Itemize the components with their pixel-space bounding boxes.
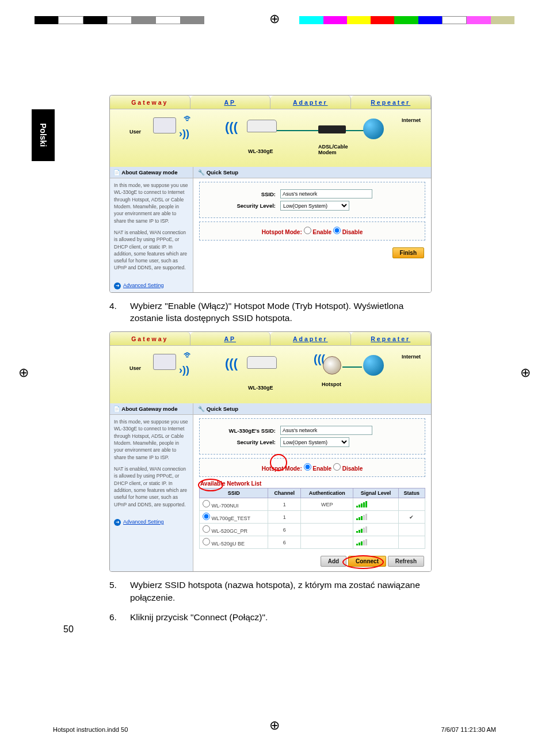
topology-diagram: User ᯤ ›)) ((( WL-330gE ADSL/Cable Modem… [110, 109, 431, 167]
topology-diagram: User ᯤ ›)) ((( WL-330gE ((( Hotspot Inte… [110, 346, 431, 403]
quick-setup-head: 🔧 Quick Setup [193, 403, 431, 415]
step-6: 6.Kliknij przycisk "Connect (Połącz)". [130, 611, 432, 624]
router-ui-screenshot-1: Gateway AP Adapter Repeater User ᯤ ›)) (… [109, 95, 432, 293]
table-row[interactable]: WL-700NUI1WEP [200, 498, 425, 511]
connect-button[interactable]: Connect [348, 556, 386, 567]
col-auth: Authentication [300, 488, 353, 498]
finish-button[interactable]: Finish [392, 247, 424, 258]
laptop-icon [153, 117, 176, 133]
router-label: WL-330gE [248, 148, 273, 154]
wifi-icon: ᯤ [184, 113, 194, 125]
wifi-icon: ›)) [179, 128, 189, 140]
security-select[interactable]: Low(Open System) [280, 437, 349, 447]
step-4: 4.Wybierz "Enable (Włącz)" Hotspot Mode … [130, 300, 432, 324]
tab-gateway[interactable]: Gateway [110, 332, 190, 345]
ssid-input[interactable] [280, 426, 372, 435]
registration-mark-icon: ⊕ [269, 12, 280, 26]
page-number: 50 [63, 624, 432, 635]
col-channel: Channel [268, 488, 301, 498]
about-panel-body: In this mode, we suppose you use WL-330g… [110, 415, 193, 516]
hotspot-dish-icon [323, 356, 341, 375]
hotspot-label: Hotspot [322, 381, 341, 387]
link-line [346, 130, 365, 131]
router-icon [247, 120, 277, 132]
print-footer: Hotspot instruction.indd 50 7/6/07 11:21… [53, 726, 496, 733]
security-select[interactable]: Low(Open System) [280, 201, 349, 211]
col-status: Status [398, 488, 425, 498]
advanced-setting-link[interactable]: Advanced Setting [110, 280, 193, 292]
tab-adapter[interactable]: Adapter [270, 96, 351, 109]
tab-ap[interactable]: AP [190, 96, 271, 109]
internet-label: Internet [402, 117, 421, 123]
wifi-icon: ((( [225, 120, 238, 135]
advanced-setting-link[interactable]: Advanced Setting [110, 516, 193, 529]
link-line [277, 130, 318, 131]
step-5: 5.Wybierz SSID hotspota (nazwa hotspota)… [130, 579, 432, 604]
security-label: Security Level: [205, 203, 280, 209]
security-label: Security Level: [205, 439, 280, 445]
modem-icon [318, 125, 346, 133]
user-label: User [129, 129, 141, 135]
tab-repeater[interactable]: Repeater [351, 332, 432, 345]
page-content: Gateway AP Adapter Repeater User ᯤ ›)) (… [109, 95, 432, 640]
col-ssid: SSID [200, 488, 268, 498]
hotspot-mode-label: Hotspot Mode: [262, 465, 302, 472]
hotspot-disable-radio[interactable]: Disable [333, 465, 363, 472]
hotspot-enable-radio[interactable]: Enable [304, 229, 332, 235]
refresh-button[interactable]: Refresh [388, 556, 424, 567]
table-row[interactable]: WL-520GC_PR6 [200, 524, 425, 536]
wifi-icon: ›)) [179, 364, 189, 376]
quick-setup-head: 🔧 Quick Setup [193, 167, 431, 178]
tab-adapter[interactable]: Adapter [270, 332, 351, 345]
wifi-icon: ((( [225, 356, 238, 371]
user-label: User [129, 365, 141, 371]
about-panel-head: 📄 About Gateway mode [110, 167, 193, 178]
language-tab: Polski [32, 109, 55, 161]
router-icon [247, 356, 277, 369]
add-button[interactable]: Add [321, 556, 346, 567]
registration-mark-icon: ⊕ [18, 365, 29, 380]
globe-icon [363, 355, 384, 376]
footer-file: Hotspot instruction.indd 50 [53, 726, 128, 733]
table-row[interactable]: WL700gE_TEST1✔ [200, 511, 425, 524]
hotspot-enable-radio[interactable]: Enable [304, 465, 332, 472]
registration-mark-icon: ⊕ [520, 365, 531, 380]
network-table: SSID Channel Authentication Signal Level… [199, 488, 425, 549]
tab-ap[interactable]: AP [190, 332, 271, 345]
netlist-title: Available Network List [200, 480, 424, 487]
globe-icon [363, 119, 384, 139]
router-label: WL-330gE [248, 385, 273, 391]
tab-gateway[interactable]: Gateway [110, 96, 190, 109]
ssid-input[interactable] [280, 189, 372, 198]
wifi-icon: ᯤ [184, 349, 194, 361]
laptop-icon [153, 354, 176, 370]
router-ui-screenshot-2: Gateway AP Adapter Repeater User ᯤ ›)) (… [109, 331, 432, 572]
footer-timestamp: 7/6/07 11:21:30 AM [441, 726, 496, 733]
hotspot-mode-label: Hotspot Mode: [262, 229, 302, 235]
col-signal: Signal Level [353, 488, 398, 498]
ssid-label: SSID: [205, 191, 280, 197]
about-panel-body: In this mode, we suppose you use WL-330g… [110, 178, 193, 280]
about-panel-head: 📄 About Gateway mode [110, 403, 193, 415]
internet-label: Internet [402, 354, 421, 360]
modem-label: ADSL/Cable Modem [318, 144, 353, 155]
ssid-label: WL-330gE's SSID: [205, 427, 280, 434]
tab-repeater[interactable]: Repeater [351, 96, 432, 109]
table-row[interactable]: WL-520gU BE6 [200, 536, 425, 549]
hotspot-disable-radio[interactable]: Disable [333, 229, 363, 235]
link-line [342, 366, 362, 368]
